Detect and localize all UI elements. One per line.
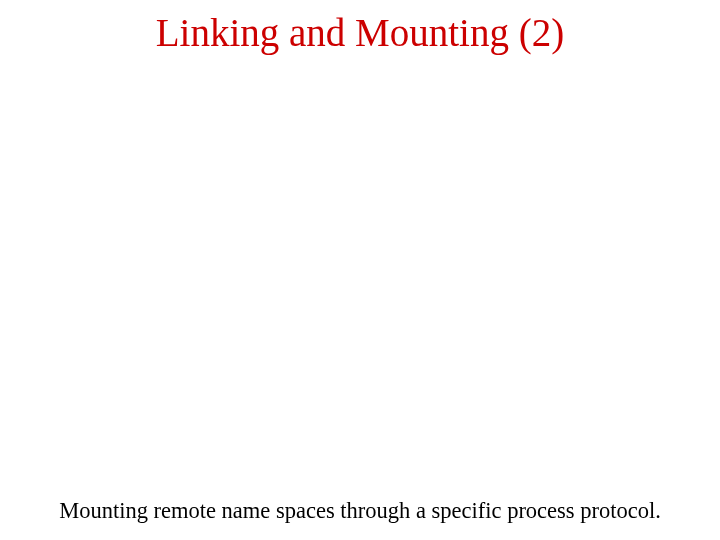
- slide-title: Linking and Mounting (2): [0, 10, 720, 55]
- slide-caption: Mounting remote name spaces through a sp…: [0, 498, 720, 524]
- slide: Linking and Mounting (2) Mounting remote…: [0, 0, 720, 540]
